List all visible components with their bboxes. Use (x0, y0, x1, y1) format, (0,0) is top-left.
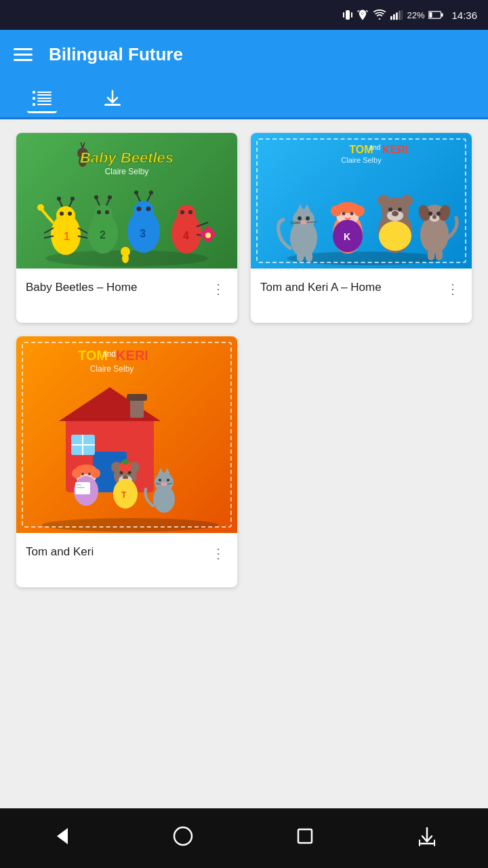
svg-rect-1 (343, 12, 344, 18)
svg-point-62 (188, 210, 192, 214)
svg-point-58 (149, 191, 153, 195)
list-icon (33, 91, 52, 106)
svg-point-49 (108, 195, 112, 199)
download-icon (103, 89, 122, 108)
svg-point-42 (94, 205, 113, 224)
tom-keri-cover: TOM and KERI Claire Selby (16, 336, 237, 533)
svg-rect-22 (37, 104, 52, 105)
status-time: 14:36 (451, 9, 477, 21)
svg-rect-167 (298, 829, 312, 843)
tom-keri-a-more-button[interactable]: ⋮ (443, 279, 462, 298)
alarm-icon (357, 9, 369, 21)
svg-point-166 (174, 827, 192, 845)
bottom-nav (0, 808, 488, 868)
svg-text:1: 1 (64, 231, 70, 242)
svg-rect-9 (396, 12, 399, 20)
status-bar: 22% 14:36 (0, 0, 488, 30)
svg-point-52 (137, 207, 142, 212)
svg-point-35 (70, 197, 75, 201)
baby-beetles-title-svg: Baby Beetles Claire Selby (69, 144, 184, 181)
back-button[interactable] (39, 820, 83, 857)
book-card-tom-keri[interactable]: TOM and KERI Claire Selby (16, 336, 237, 587)
svg-point-60 (177, 205, 196, 224)
svg-rect-23 (104, 104, 121, 106)
recents-icon (294, 825, 316, 847)
toolbar (0, 79, 488, 119)
tom-keri-a-cover: TOM and KERI Claire Selby (251, 133, 472, 269)
svg-rect-17 (33, 103, 35, 106)
svg-text:Claire Selby: Claire Selby (105, 167, 149, 176)
svg-rect-18 (37, 92, 52, 93)
app-bar: Bilingual Future (0, 30, 488, 79)
svg-rect-10 (399, 11, 401, 20)
nav-download-button[interactable] (405, 820, 449, 857)
nav-download-icon (416, 825, 438, 847)
book-card-tom-keri-a[interactable]: TOM and KERI Claire Selby (251, 133, 472, 323)
hamburger-menu-button[interactable] (14, 48, 33, 61)
svg-point-75 (205, 226, 211, 233)
svg-point-40 (37, 204, 44, 211)
svg-rect-8 (393, 14, 395, 20)
back-icon (50, 825, 72, 847)
recents-button[interactable] (283, 820, 327, 857)
svg-point-43 (97, 210, 101, 214)
tom-keri-a-title: Tom and Keri A – Home (260, 279, 443, 296)
wifi-icon (373, 9, 386, 20)
content-area: Baby Beetles Claire Selby 1 (0, 119, 488, 808)
baby-beetles-more-button[interactable]: ⋮ (209, 279, 228, 298)
app-title: Bilingual Future (49, 44, 183, 65)
book-grid: Baby Beetles Claire Selby 1 (16, 133, 472, 587)
svg-rect-14 (430, 12, 432, 18)
svg-point-76 (205, 233, 211, 238)
svg-rect-20 (37, 98, 52, 99)
status-icons: 22% (343, 9, 443, 21)
svg-point-57 (134, 191, 138, 195)
baby-beetles-cover: Baby Beetles Claire Selby 1 (16, 133, 237, 269)
signal-icon (390, 9, 403, 20)
battery-icon (428, 10, 443, 20)
home-icon (172, 825, 194, 847)
tom-keri-a-info: Tom and Keri A – Home ⋮ (251, 269, 472, 323)
svg-point-44 (105, 210, 109, 214)
tom-keri-more-button[interactable]: ⋮ (209, 544, 228, 563)
svg-rect-21 (37, 100, 52, 102)
svg-rect-2 (351, 12, 352, 18)
download-button[interactable] (98, 83, 127, 113)
svg-marker-165 (57, 828, 68, 844)
vibrate-icon (343, 9, 352, 21)
svg-point-29 (60, 212, 64, 216)
svg-point-34 (57, 197, 61, 201)
svg-rect-19 (37, 94, 52, 96)
book-card-baby-beetles[interactable]: Baby Beetles Claire Selby 1 (16, 133, 237, 323)
svg-text:Baby Beetles: Baby Beetles (80, 149, 174, 166)
svg-point-48 (94, 195, 98, 199)
dashed-border (256, 138, 466, 263)
svg-rect-16 (33, 97, 35, 100)
svg-rect-11 (402, 10, 403, 20)
svg-point-30 (68, 212, 72, 216)
svg-rect-7 (390, 16, 392, 20)
tom-keri-info: Tom and Keri ⋮ (16, 533, 237, 587)
svg-point-51 (134, 201, 154, 221)
svg-point-61 (180, 210, 184, 214)
svg-text:2: 2 (100, 229, 106, 241)
svg-rect-15 (33, 91, 35, 94)
baby-beetles-title: Baby Beetles – Home (26, 279, 209, 296)
svg-point-53 (146, 207, 151, 212)
list-view-button[interactable] (27, 85, 57, 113)
svg-rect-13 (441, 13, 443, 16)
svg-text:3: 3 (140, 228, 146, 239)
baby-beetles-info: Baby Beetles – Home ⋮ (16, 269, 237, 323)
tom-keri-title: Tom and Keri (26, 544, 209, 560)
dashed-border-2 (22, 342, 232, 528)
home-button[interactable] (161, 820, 205, 857)
svg-point-28 (56, 206, 75, 225)
svg-text:4: 4 (183, 230, 189, 241)
svg-rect-0 (346, 10, 350, 20)
battery-level: 22% (407, 10, 424, 20)
svg-point-71 (122, 254, 129, 263)
